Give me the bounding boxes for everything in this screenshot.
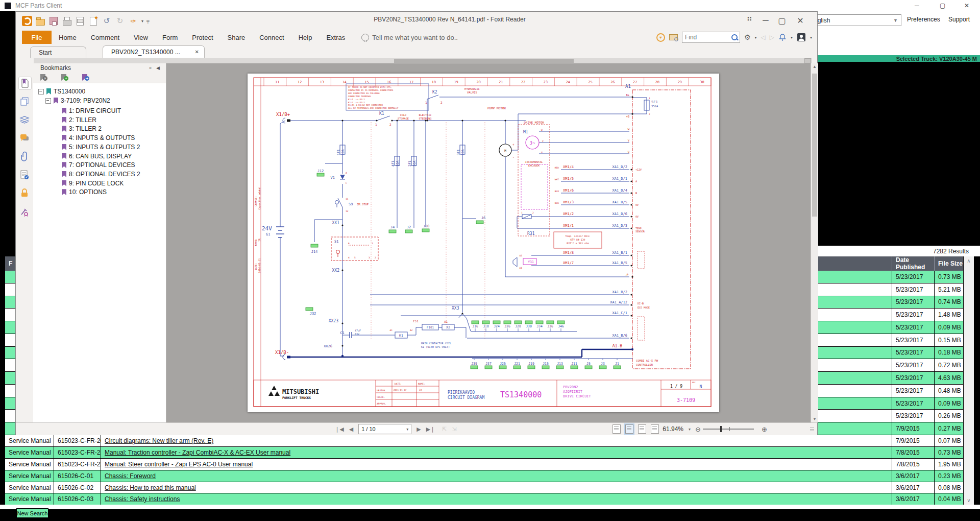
foxit-minimize-icon[interactable]: ─ — [759, 16, 772, 25]
signature-panel-icon[interactable] — [18, 169, 31, 181]
support-link[interactable]: Support — [948, 16, 970, 23]
layers-panel-icon[interactable] — [18, 113, 31, 126]
zoom-value[interactable]: 61.94% — [663, 425, 683, 433]
bookmark-item[interactable]: 9: PIN CODE LOCK — [62, 179, 124, 187]
goto-bookmark-icon[interactable]: ➜ — [82, 74, 92, 81]
new-search-button[interactable]: New Search — [16, 508, 48, 518]
table-row[interactable]: Service Manual615026-C-03Chassis: Safety… — [5, 493, 963, 505]
add-bookmark-icon[interactable]: + — [61, 74, 71, 81]
table-row[interactable]: Service Manual615026-C-01Chassis: Forewo… — [5, 470, 963, 482]
gear-icon[interactable]: ⚙ — [744, 33, 751, 41]
header-col-date[interactable]: Date Published — [892, 256, 934, 271]
facing-page-icon[interactable] — [638, 424, 646, 434]
undo-icon[interactable]: ↺ — [102, 16, 112, 26]
table-row[interactable]: Service Manual615023-C-FR-20Circuit diag… — [5, 435, 963, 447]
bookmark-item[interactable]: 1: DRIVE CIRCUIT — [62, 107, 121, 115]
horizontal-scrollbar[interactable] — [34, 58, 812, 63]
gear-caret-icon[interactable]: ▾ — [754, 35, 756, 40]
table-row[interactable]: Service Manual615023-C-FR-22Manual: Stee… — [5, 459, 963, 470]
pages-panel-icon[interactable] — [18, 95, 31, 107]
table-scrollbar[interactable]: ∧ ∨ — [964, 256, 974, 505]
find-input[interactable] — [682, 32, 731, 42]
scroll-up-icon[interactable]: ∧ — [964, 258, 974, 264]
bell-caret-icon[interactable]: ▾ — [791, 35, 793, 40]
bell-icon[interactable] — [778, 33, 787, 41]
header-col-size[interactable]: File Size — [934, 256, 963, 271]
hscroll-handle[interactable] — [394, 59, 574, 63]
tab-extras[interactable]: Extras — [319, 31, 352, 44]
bookmark-item[interactable]: 2: TILLER — [62, 116, 96, 124]
new-document-icon[interactable] — [88, 16, 99, 26]
zoom-out-icon[interactable]: ⊖ — [695, 425, 701, 433]
close-icon[interactable]: ✕ — [964, 0, 969, 11]
tab-form[interactable]: Form — [155, 31, 185, 44]
bookmark-item[interactable]: 10: OPTIONS — [62, 188, 107, 196]
tab-help[interactable]: Help — [291, 31, 320, 44]
tab-protect[interactable]: Protect — [185, 31, 220, 44]
resize-grip[interactable] — [810, 428, 814, 431]
continuous-page-icon[interactable] — [625, 424, 633, 434]
tab-share[interactable]: Share — [220, 31, 253, 44]
hscroll-button[interactable] — [804, 58, 811, 63]
next-page-icon[interactable]: ▶ — [416, 426, 421, 433]
sign-panel-icon[interactable] — [18, 205, 31, 218]
avatar-caret-icon[interactable]: ▾ — [810, 35, 812, 40]
zoom-caret-icon[interactable]: ▾ — [689, 427, 691, 432]
single-page-icon[interactable] — [612, 424, 621, 434]
avatar[interactable] — [797, 33, 806, 42]
tab-file[interactable]: File — [22, 31, 52, 44]
vertical-scrollbar[interactable]: ▲ ▼ — [811, 63, 818, 422]
security-panel-icon[interactable] — [18, 187, 31, 199]
customize-toolbar-icon[interactable]: ╤ — [146, 19, 150, 23]
pdf-page[interactable]: K212HYDRAULICVALVESX1/B+K112COLDELECTRIC… — [248, 74, 719, 412]
foxit-logo-icon[interactable] — [22, 16, 32, 26]
bookmark-item[interactable]: 7: OPTIONAL DEVICES — [62, 161, 135, 169]
minimize-icon[interactable]: ─ — [915, 0, 919, 11]
attachments-panel-icon[interactable] — [18, 150, 31, 162]
tab-home[interactable]: Home — [52, 31, 84, 44]
hand-tool-caret-icon[interactable]: ▾ — [141, 19, 143, 23]
comments-panel-icon[interactable] — [18, 132, 31, 144]
bookmark-item[interactable]: 8: OPTIONAL DEVICES 2 — [62, 170, 140, 178]
expand-all-icon[interactable]: » — [149, 65, 152, 70]
heart-icon[interactable]: ♥ — [656, 33, 665, 42]
scroll-down-icon[interactable]: ∨ — [964, 498, 974, 503]
vscroll-handle[interactable] — [812, 74, 817, 217]
prev-page-icon[interactable]: ◀ — [349, 426, 353, 433]
tab-active-document[interactable]: PBV20N2_TS1340000 ... ✕ — [103, 45, 205, 58]
language-select[interactable]: English ▼ — [806, 14, 901, 26]
last-page-icon[interactable]: ▶❘ — [426, 426, 435, 433]
collapse-panel-icon[interactable]: ◀ — [156, 65, 160, 70]
tab-comment[interactable]: Comment — [84, 31, 127, 44]
foxit-close-icon[interactable]: ✕ — [794, 16, 807, 25]
open-file-icon[interactable] — [35, 16, 45, 26]
tell-me[interactable]: Tell me what you want to do.. — [361, 34, 458, 41]
search-folder-icon[interactable] — [669, 34, 678, 40]
zoom-in-icon[interactable]: ⊕ — [762, 425, 767, 433]
restore-icon[interactable]: ▢ — [940, 0, 945, 11]
zoom-slider[interactable] — [703, 429, 754, 430]
continuous-facing-icon[interactable] — [651, 424, 659, 434]
first-page-icon[interactable]: ❘◀ — [335, 426, 344, 433]
layout-icon[interactable]: ⠛ — [743, 16, 756, 25]
preferences-link[interactable]: Preferences — [907, 16, 940, 23]
bookmark-item[interactable]: 3: TILLER 2 — [62, 125, 102, 133]
bookmark-item[interactable]: 6: CAN BUS, DISPLAY — [62, 152, 132, 160]
tab-connect[interactable]: Connect — [252, 31, 291, 44]
bookmark-group[interactable]: 3-7109: PBV20N2 — [45, 97, 110, 105]
print-icon[interactable] — [62, 16, 72, 26]
save-icon[interactable] — [48, 16, 59, 26]
close-tab-icon[interactable]: ✕ — [195, 49, 199, 55]
vscroll-down-icon[interactable]: ▼ — [811, 417, 818, 421]
table-row[interactable]: Service Manual615026-C-02Chassis: How to… — [5, 482, 963, 494]
bookmark-root[interactable]: TS1340000 — [38, 87, 85, 96]
hand-tool-icon[interactable]: ✑ — [128, 16, 138, 26]
bookmark-item[interactable]: 4: INPUTS & OUTPUTS — [62, 134, 135, 142]
search-icon[interactable] — [731, 34, 738, 40]
page-caret-icon[interactable]: ▾ — [406, 427, 408, 432]
vscroll-up-icon[interactable]: ▲ — [811, 64, 818, 69]
page-number-box[interactable]: 1 / 10 ▾ — [358, 424, 411, 434]
table-row[interactable]: Service Manual615023-C-FR-21Manual: Trac… — [5, 447, 963, 459]
bookmarks-panel-icon[interactable] — [18, 77, 32, 90]
delete-bookmark-icon[interactable]: ✕ — [40, 74, 50, 81]
